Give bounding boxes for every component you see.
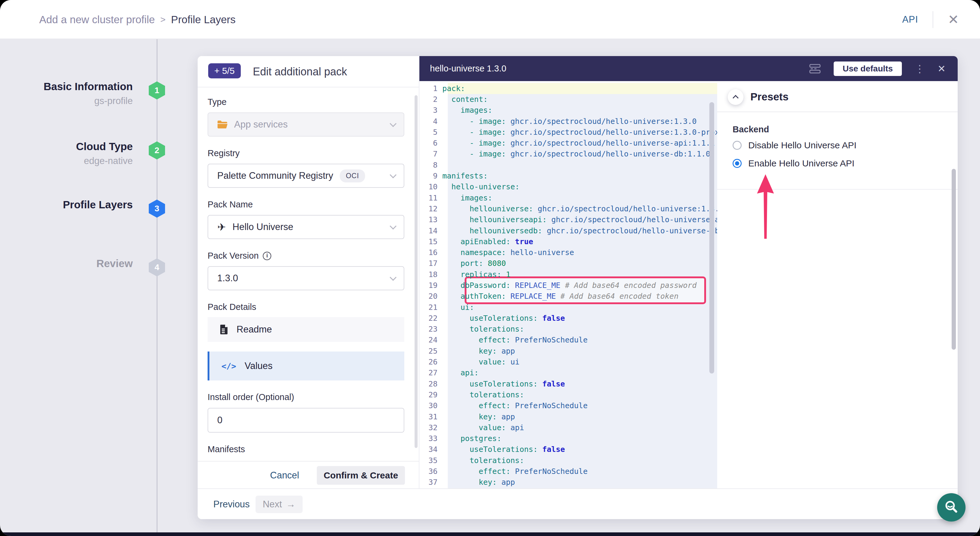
form-scrollbar[interactable] (415, 95, 418, 448)
line-number: 35 (419, 456, 442, 465)
line-number: 16 (419, 248, 442, 257)
step-sublabel: gs-profile (24, 95, 133, 106)
step-hexagon-2[interactable]: 2 (149, 141, 165, 160)
install-order-input[interactable]: 0 (208, 408, 404, 433)
code-line-4: 4 - image: ghcr.io/spectrocloud/hello-un… (419, 116, 717, 127)
code-line-16: 16 namespace: hello-universe (419, 247, 717, 258)
step-label: Review (24, 257, 133, 270)
api-button[interactable]: API (902, 14, 918, 25)
type-select[interactable]: App services (208, 113, 404, 136)
next-button[interactable]: Next → (256, 496, 302, 513)
line-content: ui: (442, 303, 474, 312)
line-number: 27 (419, 368, 442, 377)
pack-version-value: 1.3.0 (217, 273, 238, 284)
line-number: 14 (419, 227, 442, 235)
pack-name-value: Hello Universe (232, 222, 294, 232)
search-smile-icon (943, 499, 960, 516)
next-button-label: Next (263, 499, 282, 510)
pack-logo-icon: ✈ (217, 221, 226, 233)
feedback-search-fab[interactable] (937, 493, 966, 522)
chevron-down-icon (390, 274, 397, 281)
collapse-presets-button[interactable] (728, 89, 743, 105)
use-defaults-button[interactable]: Use defaults (834, 62, 902, 76)
cancel-button[interactable]: Cancel (270, 461, 299, 489)
radio-selected-icon[interactable] (733, 159, 741, 168)
pack-version-select[interactable]: 1.3.0 (208, 266, 404, 290)
code-line-29: 29 tolerations: (419, 389, 717, 400)
code-line-19: 19 dbPassword: REPLACE_ME # Add base64 e… (419, 280, 717, 290)
confirm-create-button[interactable]: Confirm & Create (317, 466, 405, 485)
close-icon[interactable]: ✕ (948, 13, 959, 26)
kebab-menu-icon[interactable]: ⋮ (915, 63, 925, 75)
editor-actions: Use defaults ⋮ ✕ (809, 56, 946, 81)
line-content: images: (442, 106, 492, 114)
line-content: - image: ghcr.io/spectrocloud/hello-univ… (442, 117, 697, 126)
form-button-bar: Cancel Confirm & Create (197, 461, 419, 488)
line-number: 4 (419, 117, 442, 126)
step-label: Profile Layers (24, 199, 133, 211)
line-number: 3 (419, 106, 442, 114)
pack-name-label: Pack Name (208, 200, 253, 209)
info-icon[interactable]: i (263, 252, 271, 260)
document-icon (220, 324, 228, 335)
breadcrumb-separator: > (160, 14, 165, 25)
line-number: 7 (419, 149, 442, 158)
pack-name-select[interactable]: ✈ Hello Universe (208, 215, 404, 239)
code-line-20: 20 authToken: REPLACE_ME # Add base64 en… (419, 291, 717, 302)
page-title: Profile Layers (171, 14, 235, 25)
chevron-down-icon (390, 120, 397, 127)
line-number: 6 (419, 139, 442, 147)
preset-option-disable-hello-universe-api[interactable]: Disable Hello Universe API (733, 140, 857, 151)
oci-badge: OCI (340, 170, 365, 182)
line-number: 23 (419, 325, 442, 333)
chevron-up-icon (733, 95, 739, 101)
code-line-35: 35 tolerations: (419, 455, 717, 466)
editor-scrollbar[interactable] (710, 102, 714, 374)
code-line-27: 27 api: (419, 368, 717, 378)
line-content: replicas: 1 (442, 270, 511, 279)
line-number: 32 (419, 423, 442, 432)
backend-group-label: Backend (733, 125, 769, 135)
line-content: hellouniversedb: ghcr.io/spectrocloud/he… (442, 227, 717, 235)
presets-title: Presets (750, 81, 788, 112)
step-hexagon-3[interactable]: 3 (149, 200, 165, 218)
code-line-7: 7 - image: ghcr.io/spectrocloud/hello-un… (419, 149, 717, 160)
preset-option-label: Disable Hello Universe API (748, 140, 857, 151)
line-number: 21 (419, 303, 442, 312)
line-number: 33 (419, 434, 442, 443)
step-hexagon-1[interactable]: 1 (149, 81, 165, 100)
radio-unselected-icon[interactable] (733, 141, 741, 150)
presets-scrollbar[interactable] (951, 169, 956, 350)
registry-select[interactable]: Palette Community Registry OCI (208, 164, 404, 188)
line-number: 31 (419, 412, 442, 421)
breadcrumb-parent[interactable]: Add a new cluster profile (39, 14, 155, 25)
line-content: dbPassword: REPLACE_ME # Add base64 enco… (442, 281, 697, 290)
pack-count-badge: + 5/5 (208, 63, 241, 78)
step-label: Basic Information (24, 81, 133, 92)
line-content: effect: PreferNoSchedule (442, 467, 588, 476)
values-tab[interactable]: </> Values (208, 352, 404, 381)
readme-tab[interactable]: Readme (208, 317, 404, 342)
previous-button[interactable]: Previous (213, 489, 250, 519)
line-number: 1 (419, 84, 442, 93)
form-title: Edit additional pack (253, 56, 347, 87)
form-header: + 5/5 Edit additional pack (197, 56, 419, 87)
line-number: 13 (419, 215, 442, 224)
line-content: value: api (442, 423, 524, 432)
yaml-editor[interactable]: 1pack:2 content:3 images:4 - image: ghcr… (419, 81, 717, 488)
code-icon: </> (221, 362, 236, 371)
registry-value: Palette Community Registry (217, 170, 333, 181)
preset-option-label: Enable Hello Universe API (748, 158, 854, 168)
line-content: value: ui (442, 358, 520, 366)
editor-close-icon[interactable]: ✕ (937, 63, 946, 75)
line-number: 12 (419, 205, 442, 213)
type-label: Type (208, 97, 227, 107)
code-line-12: 12 hellouniverse: ghcr.io/spectrocloud/h… (419, 203, 717, 214)
preset-option-enable-hello-universe-api[interactable]: Enable Hello Universe API (733, 158, 854, 168)
breadcrumb: Add a new cluster profile > Profile Laye… (39, 0, 235, 39)
diff-editor-icon[interactable] (809, 63, 821, 74)
line-content: images: (442, 193, 492, 202)
code-line-8: 8 (419, 160, 717, 170)
step-hexagon-4[interactable]: 4 (149, 258, 165, 276)
topbar-actions: API ✕ (902, 0, 959, 39)
